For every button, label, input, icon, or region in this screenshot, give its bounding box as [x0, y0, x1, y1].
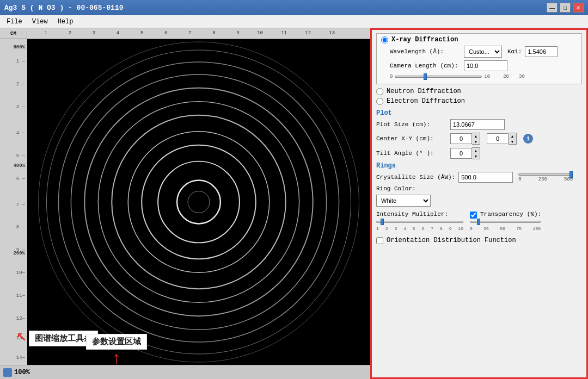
- ruler-left: 800% 400% 200% 1 — 2 — 3 — 4 — 5 — 6 — 7…: [0, 39, 27, 365]
- tilt-input[interactable]: [450, 148, 472, 159]
- electron-radio[interactable]: [376, 98, 383, 105]
- tick-9: 9: [236, 30, 239, 36]
- camera-slider-thumb[interactable]: [424, 73, 427, 80]
- crystallite-row: Crystallite Size (ÅW): 0 250 500: [376, 172, 582, 183]
- rings-svg: [27, 39, 370, 365]
- center-x-down[interactable]: ▼: [472, 139, 480, 144]
- wavelength-dropdown[interactable]: Custo... CuKα MoKα: [464, 46, 502, 58]
- menu-bar: File View Help: [0, 15, 588, 28]
- center-y-up[interactable]: ▲: [509, 133, 516, 139]
- camera-length-label: Camera Length (cm):: [390, 63, 461, 69]
- pct-400: 400%: [13, 163, 25, 169]
- camera-length-input[interactable]: [464, 60, 507, 71]
- xray-radio[interactable]: [381, 36, 388, 44]
- zoom-indicator: 100%: [3, 368, 30, 377]
- neutron-radio-row: Neutron Diffraction: [376, 88, 582, 95]
- tick-13: 13: [329, 30, 335, 36]
- center-x-spinbox: ▲ ▼: [450, 133, 480, 145]
- odf-label: Orientation Distribution Function: [387, 237, 516, 244]
- plot-section: Plot Plot Size (cm): Center X-Y (cm): ▲ …: [376, 109, 582, 159]
- cry-min: 0: [518, 177, 521, 182]
- transparency-slider-thumb[interactable]: [477, 219, 480, 225]
- tick-3: 3: [93, 30, 95, 36]
- main-content: CM 1 2 3 4 5 6 7 8 9 10 11 12 13: [0, 28, 588, 379]
- center-y-input[interactable]: [487, 133, 509, 144]
- tilt-angle-row: Tilt Angle (° ): ▲ ▼: [376, 147, 582, 159]
- maximize-button[interactable]: □: [560, 3, 571, 13]
- transparency-group: Transparency (%): 0 25 50 75 100: [470, 211, 541, 231]
- intensity-slider-track: [376, 220, 463, 224]
- tick-4: 4: [117, 30, 119, 36]
- odf-row: Orientation Distribution Function: [376, 234, 582, 246]
- electron-label: Electron Diffraction: [387, 97, 465, 105]
- tick-7: 7: [188, 30, 191, 36]
- ruler-top: 1 2 3 4 5 6 7 8 9 10 11 12 13: [27, 28, 370, 39]
- xray-label: X-ray Diffraction: [391, 36, 458, 44]
- odf-checkbox[interactable]: [376, 237, 383, 244]
- center-y-down[interactable]: ▼: [509, 139, 516, 144]
- diffraction-image: [27, 39, 370, 365]
- annotation-right: 参数设置区域 ↑: [86, 334, 147, 368]
- ruler-cm-label: CM: [10, 31, 16, 36]
- crystallite-slider-track: [518, 172, 573, 177]
- info-icon[interactable]: i: [523, 134, 533, 144]
- zoom-value: 100%: [14, 369, 30, 376]
- tick-11: 11: [281, 30, 287, 36]
- k-alpha-label: Kα1:: [507, 48, 522, 55]
- menu-help[interactable]: Help: [53, 17, 78, 27]
- plot-size-label: Plot Size (cm):: [376, 121, 447, 128]
- close-button[interactable]: ✕: [573, 3, 584, 13]
- k-alpha-input[interactable]: [525, 46, 558, 57]
- crystallite-slider-thumb[interactable]: [569, 171, 573, 178]
- crystallite-input[interactable]: [458, 172, 513, 183]
- intensity-label: Intensity Multipler:: [376, 211, 463, 218]
- tick-8: 8: [212, 30, 215, 36]
- xray-radio-row: X-ray Diffraction: [381, 36, 577, 44]
- transparency-label: Transparency (%):: [480, 211, 541, 218]
- tilt-up[interactable]: ▲: [472, 148, 480, 153]
- ring-color-dropdown-row: White Red Blue Green Yellow Black: [376, 195, 582, 207]
- intensity-group: Intensity Multipler: 1 2 3 4 5 6 7 8 9 1…: [376, 211, 463, 231]
- camera-length-section: Camera Length (cm): 0 10 20 30: [390, 60, 577, 79]
- tilt-down[interactable]: ▼: [472, 153, 480, 159]
- tick-6: 6: [164, 30, 167, 36]
- camera-slider-track: [395, 74, 482, 79]
- crystallite-label: Crystallite Size (ÅW):: [376, 174, 455, 181]
- plot-size-input[interactable]: [450, 119, 505, 130]
- tilt-spinbox: ▲ ▼: [450, 147, 480, 159]
- tick-5: 5: [140, 30, 143, 36]
- center-y-spinbox: ▲ ▼: [487, 133, 517, 145]
- neutron-radio[interactable]: [376, 88, 383, 95]
- window-controls: — □ ✕: [547, 3, 584, 13]
- ring-color-label: Ring Color:: [376, 185, 447, 192]
- title-bar: Ag3 S ( N O3 ) - 00-065-0110 — □ ✕: [0, 0, 588, 15]
- menu-file[interactable]: File: [2, 17, 27, 27]
- transparency-slider-track: [470, 220, 541, 224]
- tick-1: 1: [45, 30, 47, 36]
- ring-color-dropdown[interactable]: White Red Blue Green Yellow Black: [376, 195, 431, 207]
- annotation-right-text: 参数设置区域: [86, 334, 147, 350]
- zoom-box: [3, 368, 12, 377]
- arrow-right-icon: ↑: [111, 351, 121, 368]
- tick-2: 2: [69, 30, 71, 36]
- arrow-left-icon: ↙: [16, 329, 27, 346]
- tick-10: 10: [257, 30, 263, 36]
- plot-size-row: Plot Size (cm):: [376, 119, 582, 130]
- cry-mid: 250: [538, 177, 547, 182]
- electron-radio-row: Electron Diffraction: [376, 97, 582, 105]
- center-x-up[interactable]: ▲: [472, 133, 480, 139]
- plot-title: Plot: [376, 109, 582, 117]
- minimize-button[interactable]: —: [547, 3, 558, 13]
- transparency-checkbox[interactable]: [470, 212, 477, 219]
- crystallite-slider-area: 0 250 500: [518, 172, 573, 182]
- center-x-input[interactable]: [450, 133, 472, 144]
- image-area: CM 1 2 3 4 5 6 7 8 9 10 11 12 13: [0, 28, 370, 379]
- tick-12: 12: [305, 30, 311, 36]
- intensity-slider-thumb[interactable]: [381, 219, 384, 225]
- neutron-label: Neutron Diffraction: [387, 88, 461, 95]
- transparency-checkbox-row: Transparency (%):: [470, 211, 541, 219]
- tilt-label: Tilt Angle (° ):: [376, 150, 447, 157]
- menu-view[interactable]: View: [28, 17, 52, 27]
- rings-section: Rings Crystallite Size (ÅW): 0 250 500: [376, 162, 582, 207]
- pct-800: 800%: [13, 45, 25, 50]
